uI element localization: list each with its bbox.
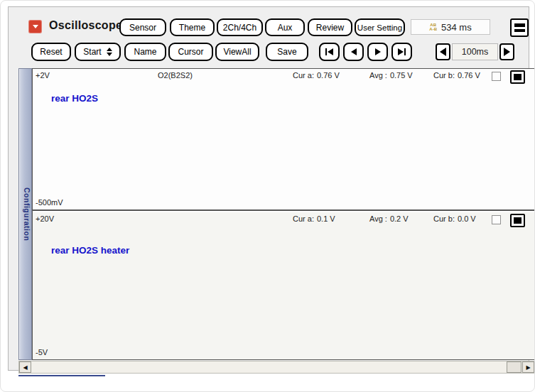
step-forward-button[interactable] [367,43,388,61]
start-button[interactable]: Start [75,43,121,61]
cursor-ab-delta-icon: AB A-B [429,23,437,31]
step-back-icon [351,48,357,55]
chart1-channel-color-button[interactable] [510,70,525,84]
skip-to-end-button[interactable] [391,43,412,61]
page-title: Oscilloscope [49,19,122,32]
right-arrow-icon: ▶ [526,364,530,371]
chart1-cursor-a-readout: Cur a:0.76 V [293,71,340,80]
step-back-button[interactable] [343,43,364,61]
horizontal-scrollbar[interactable]: ◀ ▶ [18,361,535,374]
review-button[interactable]: Review [308,18,352,36]
timebase-increase-button[interactable] [499,43,514,60]
sensor-button[interactable]: Sensor [119,18,166,36]
cursor-delta-time-display: AB A-B 534 ms [411,19,490,35]
chart1-channel-label: rear HO2S [51,93,98,104]
scroll-left-button[interactable]: ◀ [19,361,31,373]
chart2-o2-heater: +20V Cur a:0.1 V Avg :0.2 V Cur b:0.0 V … [33,212,534,359]
scrollbar-thumb[interactable] [507,361,522,373]
timebase-value: 100ms [452,43,498,60]
chart1-waveform-canvas[interactable] [33,69,534,211]
user-setting-button[interactable]: User Setting [355,18,405,36]
screenshot-root: Oscilloscope Sensor Theme 2Ch/4Ch Aux Re… [0,0,535,392]
step-forward-icon [375,48,381,55]
chart2-avg-readout: Avg :0.2 V [369,214,409,223]
viewall-button[interactable]: ViewAll [215,43,259,61]
skip-start-icon [325,48,328,55]
chart1-ymin-label: -500mV [36,198,63,207]
skip-end-icon [398,48,404,55]
name-button[interactable]: Name [124,43,166,61]
chart2-ymax-label: +20V [36,214,54,223]
chart1-title: O2(B2S2) [158,71,193,80]
chart1-cursor-b-readout: Cur b:0.76 V [433,71,480,80]
scroll-right-button[interactable]: ▶ [522,361,534,373]
skip-to-start-button[interactable] [319,43,340,61]
chart2-ymin-label: -5V [36,348,48,356]
charts-panel: +2V O2(B2S2) Cur a:0.76 V Avg :0.75 V Cu… [32,68,535,360]
configuration-tab[interactable]: Configuration [18,68,32,360]
delta-time-value: 534 ms [441,22,472,33]
chart2-visibility-checkbox[interactable] [492,215,501,224]
cursor-button[interactable]: Cursor [168,43,213,61]
reset-button[interactable]: Reset [31,43,71,61]
chart2-cursor-a-readout: Cur a:0.1 V [293,214,335,223]
split-view-icon[interactable] [510,18,529,37]
right-arrow-icon [504,48,510,56]
aux-button[interactable]: Aux [265,18,305,36]
app-menu-button[interactable] [28,20,42,33]
chart1-ymax-label: +2V [36,71,50,80]
left-arrow-icon: ◀ [23,364,27,371]
chart1-o2-sensor: +2V O2(B2S2) Cur a:0.76 V Avg :0.75 V Cu… [33,69,534,211]
window-bottom-accent [18,375,105,376]
chart2-channel-color-button[interactable] [510,214,525,227]
channel-mode-button[interactable]: 2Ch/4Ch [217,18,263,36]
chart1-visibility-checkbox[interactable] [492,72,501,81]
oscilloscope-window: Oscilloscope Sensor Theme 2Ch/4Ch Aux Re… [8,6,529,371]
chart2-waveform-canvas[interactable] [33,212,534,359]
chart2-channel-label: rear HO2S heater [51,245,129,256]
theme-button[interactable]: Theme [170,18,215,36]
timebase-decrease-button[interactable] [436,43,450,60]
left-arrow-icon [440,48,446,56]
save-button[interactable]: Save [266,43,308,61]
chart2-cursor-b-readout: Cur b:0.0 V [433,214,476,223]
dropdown-arrow-icon [33,25,38,28]
start-spinner-icon[interactable] [107,48,112,56]
chart1-avg-readout: Avg :0.75 V [369,71,413,80]
